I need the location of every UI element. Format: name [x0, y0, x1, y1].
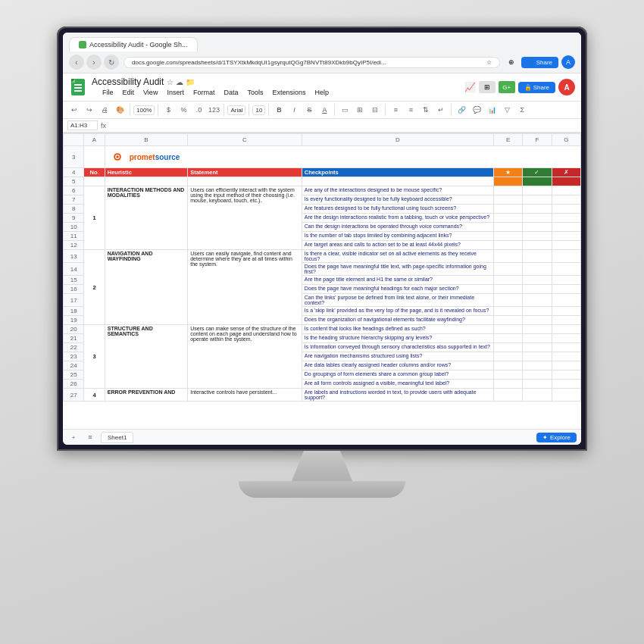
browser-tab[interactable]: Accessibility Audit - Google Sh...: [69, 37, 198, 52]
text-color-btn[interactable]: A: [317, 103, 331, 117]
filter-btn[interactable]: ▽: [500, 103, 514, 117]
formula-btn[interactable]: Σ: [515, 103, 529, 117]
cell-24-f[interactable]: [523, 361, 552, 370]
menu-tools[interactable]: Tools: [242, 87, 267, 98]
border-btn[interactable]: ⊞: [353, 103, 367, 117]
cell-11-f[interactable]: [523, 232, 552, 241]
cell-20-e[interactable]: [493, 325, 522, 334]
cell-16-g[interactable]: [552, 285, 580, 294]
account-btn[interactable]: A: [561, 55, 575, 69]
cell-13-e[interactable]: [493, 250, 522, 263]
cell-7-g[interactable]: [552, 195, 580, 205]
link-btn[interactable]: 🔗: [455, 103, 468, 117]
explore-button[interactable]: ✦ Explore: [536, 433, 577, 442]
comment-btn[interactable]: 💬: [470, 103, 483, 117]
col-header-d[interactable]: D: [302, 134, 493, 146]
font-select[interactable]: Arial: [227, 105, 245, 115]
cell-15-f[interactable]: [523, 276, 552, 285]
reload-btn[interactable]: ↻: [104, 55, 119, 70]
wrap-btn[interactable]: ↵: [434, 103, 448, 117]
menu-data[interactable]: Data: [219, 87, 242, 98]
star-icon[interactable]: ☆: [167, 78, 174, 86]
currency-btn[interactable]: $: [161, 103, 175, 117]
cell-9-g[interactable]: [552, 214, 580, 223]
cell-14-e[interactable]: [493, 263, 522, 276]
cell-14-f[interactable]: [523, 263, 552, 276]
col-header-e[interactable]: E: [493, 134, 522, 146]
redo-btn[interactable]: ↪: [83, 103, 96, 117]
merge-btn[interactable]: ⊟: [368, 103, 382, 117]
cell-7-e[interactable]: [493, 195, 522, 205]
cell-10-g[interactable]: [552, 223, 580, 232]
cell-10-f[interactable]: [523, 223, 552, 232]
cell-24-e[interactable]: [493, 361, 522, 370]
cell-19-f[interactable]: [523, 316, 552, 325]
cell-9-f[interactable]: [523, 214, 552, 223]
cell-18-g[interactable]: [552, 307, 580, 316]
cell-21-e[interactable]: [493, 334, 522, 343]
col-header-f[interactable]: F: [523, 134, 552, 146]
print-btn[interactable]: 🖨: [98, 103, 111, 117]
cell-19-g[interactable]: [552, 316, 580, 325]
cell-23-e[interactable]: [493, 352, 522, 361]
forward-btn[interactable]: ›: [86, 55, 102, 70]
cell-9-e[interactable]: [493, 214, 522, 223]
cell-19-e[interactable]: [493, 316, 522, 325]
align-left-btn[interactable]: ≡: [389, 103, 402, 117]
col-header-a[interactable]: A: [84, 134, 105, 146]
menu-view[interactable]: View: [139, 87, 162, 98]
cell-17-e[interactable]: [493, 294, 522, 307]
cell-27-f[interactable]: [523, 389, 552, 402]
cell-13-f[interactable]: [523, 250, 552, 263]
cell-25-f[interactable]: [523, 370, 552, 380]
strikethrough-btn[interactable]: S: [302, 103, 316, 117]
share-button[interactable]: 👤 Share: [521, 57, 558, 68]
cell-11-e[interactable]: [493, 232, 522, 241]
user-avatar[interactable]: A: [558, 79, 575, 95]
cell-6-f[interactable]: [523, 186, 552, 195]
google-apps-icon[interactable]: G+: [499, 81, 515, 93]
cell-20-g[interactable]: [552, 325, 580, 334]
align-center-btn[interactable]: ≡: [404, 103, 417, 117]
menu-edit[interactable]: Edit: [118, 87, 139, 98]
percent-btn[interactable]: %: [177, 103, 190, 117]
cell-6-g[interactable]: [552, 186, 580, 195]
paint-format-btn[interactable]: 🎨: [113, 103, 127, 117]
fill-color-btn[interactable]: ▭: [338, 103, 352, 117]
italic-btn[interactable]: I: [287, 103, 301, 117]
col-header-c[interactable]: C: [188, 134, 302, 146]
back-btn[interactable]: ‹: [69, 55, 84, 70]
cell-25-g[interactable]: [552, 370, 580, 380]
cell-16-f[interactable]: [523, 285, 552, 294]
cell-22-g[interactable]: [552, 343, 580, 352]
profile-btn[interactable]: ⊕: [505, 55, 518, 69]
sheet-tab-1[interactable]: Sheet1: [101, 432, 133, 443]
cell-10-e[interactable]: [493, 223, 522, 232]
cell-13-g[interactable]: [552, 250, 580, 263]
cell-8-e[interactable]: [493, 205, 522, 214]
cell-12-g[interactable]: [552, 241, 580, 250]
url-bar[interactable]: docs.google.com/spreadsheets/d/1TSYXtkMk…: [123, 57, 500, 68]
decimal-more-btn[interactable]: 123: [207, 103, 220, 117]
cell-15-e[interactable]: [493, 276, 522, 285]
cell-26-f[interactable]: [523, 380, 552, 389]
cell-23-f[interactable]: [523, 352, 552, 361]
cell-18-e[interactable]: [493, 307, 522, 316]
menu-help[interactable]: Help: [310, 87, 333, 98]
zoom-select[interactable]: 100%: [133, 105, 155, 115]
cell-14-g[interactable]: [552, 263, 580, 276]
cell-16-e[interactable]: [493, 285, 522, 294]
cell-17-f[interactable]: [523, 294, 552, 307]
cell-reference-input[interactable]: [67, 120, 98, 130]
undo-btn[interactable]: ↩: [67, 103, 81, 117]
bold-btn[interactable]: B: [272, 103, 286, 117]
cell-27-g[interactable]: [552, 389, 580, 402]
vertical-align-btn[interactable]: ⇅: [419, 103, 433, 117]
menu-file[interactable]: File: [98, 87, 118, 98]
grid-view-icon[interactable]: ⊞: [479, 81, 496, 93]
cell-12-f[interactable]: [523, 241, 552, 250]
cell-20-f[interactable]: [523, 325, 552, 334]
chart-btn[interactable]: 📊: [485, 103, 499, 117]
cell-17-g[interactable]: [552, 294, 580, 307]
cell-23-g[interactable]: [552, 352, 580, 361]
